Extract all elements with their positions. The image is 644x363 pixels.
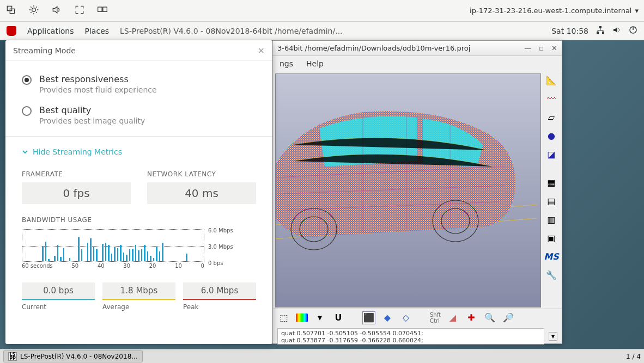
bw-peak: 6.0 Mbps Peak [183, 282, 256, 311]
tool-zoom-icon[interactable]: 🔍 [483, 311, 496, 324]
tool-ms-icon[interactable]: MS [545, 250, 558, 263]
sound-icon[interactable] [612, 26, 621, 36]
places-menu[interactable]: Places [85, 27, 110, 35]
3d-viewport[interactable] [275, 73, 541, 307]
network-icon[interactable] [596, 26, 605, 36]
tool-mesh-icon[interactable]: ▦ [545, 176, 558, 189]
close-icon[interactable]: × [258, 45, 265, 56]
tool-iso-icon[interactable]: ◆ [381, 311, 394, 324]
copy-icon[interactable] [5, 4, 16, 17]
radio-icon [22, 75, 32, 85]
tool-unref-icon[interactable]: U [332, 311, 345, 324]
car-wireframe [275, 90, 537, 275]
command-output: quat 0.507701 -0.505105 -0.505554 0.0704… [277, 328, 544, 344]
latency-metric: NETWORK LATENCY 40 ms [147, 170, 256, 204]
task-label: LS-PrePost(R) V4.6.0 - 08Nov2018... [20, 353, 138, 360]
shft-ctrl-label: Shft Ctrl [430, 312, 441, 324]
svg-rect-1 [10, 9, 14, 13]
right-toolbar: 📐 〰 ▱ ● ◪ ▦ ▤ ▥ ▣ MS 🔧 [543, 73, 560, 281]
svg-rect-3 [98, 7, 102, 11]
tool-curve-icon[interactable]: 〰 [545, 92, 558, 105]
tool-surface-icon[interactable]: ▱ [545, 110, 558, 124]
hostname-label[interactable]: ip-172-31-23-216.eu-west-1.compute.inter… [470, 7, 631, 15]
gear-icon[interactable] [28, 4, 39, 17]
radio-best-responsiveness[interactable]: Best responsiveness Provides most fluid … [22, 74, 256, 94]
svg-rect-0 [7, 6, 11, 10]
svg-rect-5 [597, 32, 599, 34]
radio-subtitle: Provides most fluid experience [39, 85, 157, 94]
bottom-taskbar: LS PP LS-PrePost(R) V4.6.0 - 08Nov2018..… [0, 349, 644, 363]
tool-contour-icon[interactable] [296, 313, 308, 322]
tool-favorite-icon[interactable]: 🔧 [545, 268, 558, 281]
tool-shade-icon[interactable]: ⬛ [362, 311, 375, 324]
multimonitor-icon[interactable] [97, 4, 108, 17]
streaming-mode-panel: Streaming Mode × Best responsiveness Pro… [5, 40, 272, 344]
svg-rect-7 [599, 26, 602, 28]
bottom-toolbar: ⬚ ▾ U ⬛ ◆ ◇ Shft Ctrl ◢ ✚ 🔍 🔎 [273, 309, 562, 326]
remote-session-toolbar: ip-172-31-23-216.eu-west-1.compute.inter… [0, 0, 644, 22]
divider [5, 136, 272, 137]
menu-help[interactable]: Help [306, 59, 324, 68]
bandwidth-chart: 60 seconds50403020100 6.0 Mbps3.0 Mbps0 … [22, 229, 256, 272]
bw-current: 0.0 bps Current [22, 282, 95, 311]
tool-center-icon[interactable]: ✚ [465, 311, 478, 324]
workspace-indicator[interactable]: 1 / 4 [626, 353, 641, 360]
lsprepost-window: 3-64bit /home/efadmin/Downloads/odb10m-v… [272, 40, 562, 344]
radio-subtitle: Provides best image quality [39, 116, 145, 125]
minimize-icon[interactable]: — [524, 44, 531, 52]
tool-erase-icon[interactable]: ◢ [446, 311, 459, 324]
chevron-down-icon [22, 149, 28, 155]
volume-icon[interactable] [51, 4, 62, 17]
window-titlebar[interactable]: 3-64bit /home/efadmin/Downloads/odb10m-v… [273, 41, 562, 56]
hide-metrics-toggle[interactable]: Hide Streaming Metrics [22, 147, 256, 156]
radio-best-quality[interactable]: Best quality Provides best image quality [22, 105, 256, 125]
tool-block-icon[interactable]: ◪ [545, 147, 558, 161]
svg-point-2 [32, 8, 36, 11]
app-icon: LS PP [8, 352, 17, 361]
radio-title: Best quality [39, 105, 145, 115]
tool-solid-icon[interactable]: ● [545, 129, 558, 142]
tool-perspective-icon[interactable]: ⬚ [277, 311, 290, 324]
redhat-icon [7, 26, 16, 36]
radio-title: Best responsiveness [39, 74, 157, 84]
maximize-icon[interactable]: ▫ [539, 44, 544, 52]
svg-rect-4 [103, 7, 107, 11]
tool-pick-icon[interactable]: 🔎 [502, 311, 515, 324]
bandwidth-label: BANDWIDTH USAGE [22, 216, 256, 224]
bw-average: 1.8 Mbps Average [102, 282, 175, 311]
tool-model-icon[interactable]: ▣ [545, 231, 558, 244]
tool-ident-icon[interactable]: ▥ [545, 213, 558, 226]
command-dropdown-icon[interactable]: ▾ [549, 332, 557, 341]
tool-ref-icon[interactable]: 📐 [545, 73, 558, 87]
power-icon[interactable] [629, 26, 637, 36]
fullscreen-icon[interactable] [74, 4, 85, 17]
panel-title: Streaming Mode [13, 46, 76, 55]
chevron-down-icon: ▾ [635, 7, 639, 15]
taskbar-item-lsprepost[interactable]: LS PP LS-PrePost(R) V4.6.0 - 08Nov2018..… [3, 350, 143, 362]
menu-settings[interactable]: ngs [280, 59, 293, 68]
tool-post-icon[interactable]: ▤ [545, 194, 558, 207]
app-menubar: ngs Help [273, 56, 562, 71]
applications-menu[interactable]: Applications [27, 27, 74, 35]
clock[interactable]: Sat 10:58 [551, 27, 588, 35]
window-title: 3-64bit /home/efadmin/Downloads/odb10m-v… [277, 44, 470, 52]
active-app-title[interactable]: LS-PrePost(R) V4.6.0 - 08Nov2018-64bit /… [120, 27, 343, 35]
close-icon[interactable]: ✕ [551, 44, 557, 52]
svg-rect-6 [602, 32, 604, 34]
gnome-top-bar: Applications Places LS-PrePost(R) V4.6.0… [0, 22, 644, 40]
chevron-down-icon[interactable]: ▾ [313, 311, 326, 324]
framerate-metric: FRAMERATE 0 fps [22, 170, 131, 204]
tool-wire-icon[interactable]: ◇ [399, 311, 412, 324]
radio-icon [22, 106, 32, 116]
